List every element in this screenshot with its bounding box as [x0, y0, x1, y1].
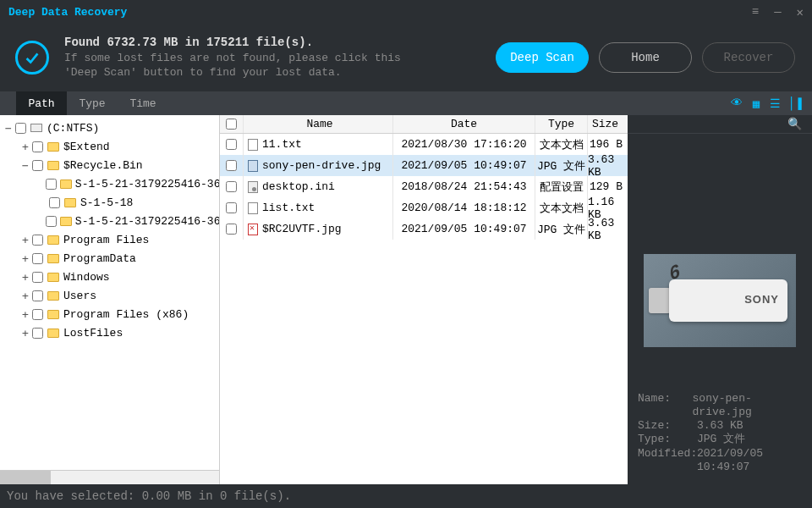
tree-checkbox[interactable]: [32, 253, 43, 264]
row-checkbox[interactable]: [226, 160, 237, 171]
tree-checkbox[interactable]: [32, 328, 43, 339]
status-bar: You have selected: 0.00 MB in 0 file(s).: [0, 484, 812, 508]
tree-checkbox[interactable]: [32, 235, 43, 246]
close-icon[interactable]: ✕: [797, 5, 804, 19]
deep-scan-button[interactable]: Deep Scan: [496, 42, 589, 73]
tree-item-10[interactable]: +LostFiles: [0, 323, 219, 342]
tree-expand-icon[interactable]: +: [20, 308, 30, 321]
tree-item-3[interactable]: S-1-5-18: [0, 193, 219, 212]
tree-checkbox[interactable]: [46, 216, 57, 227]
tree-checkbox[interactable]: [49, 197, 60, 208]
search-icon[interactable]: 🔍: [787, 117, 802, 131]
tree-item-0[interactable]: +$Extend: [0, 137, 219, 156]
tree-expand-icon[interactable]: +: [20, 327, 30, 340]
file-type: JPG 文件: [535, 218, 588, 240]
row-checkbox[interactable]: [226, 139, 237, 150]
folder-icon: [63, 196, 77, 208]
folder-icon: [47, 290, 60, 301]
detail-name-value: sony-pen-drive.jpg: [693, 392, 802, 420]
header-size[interactable]: Size: [588, 115, 628, 133]
grid-view-icon[interactable]: ▦: [753, 97, 760, 111]
tree-item-4[interactable]: S-1-5-21-3179225416-36: [0, 212, 219, 230]
folder-tree[interactable]: −(C:NTFS)+$Extend−$Recycle.Bin S-1-5-21-…: [0, 115, 219, 470]
header-name[interactable]: Name: [244, 115, 393, 133]
tree-item-2[interactable]: S-1-5-21-3179225416-36: [0, 174, 219, 193]
file-name: 11.txt: [262, 138, 302, 151]
preview-toggle-icon[interactable]: 👁: [731, 97, 743, 110]
preview-thumbnail[interactable]: 6: [644, 254, 796, 347]
tree-root[interactable]: −(C:NTFS): [0, 119, 219, 137]
detail-type-value: JPG 文件: [697, 433, 745, 446]
row-checkbox[interactable]: [226, 181, 237, 192]
file-type: 配置设置: [535, 176, 588, 197]
detail-size-value: 3.63 KB: [697, 419, 743, 433]
tree-expand-icon[interactable]: +: [20, 271, 30, 284]
status-text: You have selected: 0.00 MB in 0 file(s).: [7, 489, 291, 503]
home-button[interactable]: Home: [599, 42, 692, 73]
tab-type[interactable]: Type: [67, 91, 118, 115]
tree-item-label: ProgramData: [63, 252, 136, 265]
tree-expand-icon[interactable]: [37, 196, 47, 209]
table-row[interactable]: sony-pen-drive.jpg2021/09/05 10:49:07JPG…: [220, 155, 628, 176]
tree-checkbox[interactable]: [32, 309, 43, 320]
tree-item-8[interactable]: +Users: [0, 286, 219, 305]
tree-expand-icon[interactable]: +: [20, 252, 30, 265]
menu-icon[interactable]: ≡: [752, 5, 759, 19]
detail-name-label: Name:: [638, 392, 693, 420]
tree-item-label: Windows: [63, 271, 110, 284]
folder-icon: [47, 271, 60, 283]
tree-item-label: LostFiles: [63, 327, 123, 340]
tree-expand-icon[interactable]: [37, 178, 44, 190]
app-title: Deep Data Recovery: [8, 6, 752, 19]
tab-path[interactable]: Path: [16, 91, 67, 115]
header-date[interactable]: Date: [393, 115, 535, 133]
row-checkbox[interactable]: [226, 224, 237, 235]
tree-item-5[interactable]: +Program Files: [0, 230, 219, 249]
tree-expand-icon[interactable]: −: [3, 122, 14, 135]
usb-cap-graphic: [649, 288, 671, 313]
tree-item-7[interactable]: +Windows: [0, 268, 219, 286]
tree-item-9[interactable]: +Program Files (x86): [0, 305, 219, 323]
file-date: 2020/08/14 18:18:12: [393, 197, 535, 218]
detail-modified-label: Modified:: [638, 447, 697, 475]
file-name: $RC2UVTF.jpg: [262, 223, 342, 235]
file-name: list.txt: [262, 202, 315, 214]
tree-expand-icon[interactable]: +: [20, 141, 30, 153]
tree-expand-icon[interactable]: +: [20, 234, 30, 246]
detail-size-label: Size:: [638, 419, 697, 433]
tree-pane: −(C:NTFS)+$Extend−$Recycle.Bin S-1-5-21-…: [0, 115, 219, 484]
row-checkbox[interactable]: [226, 202, 237, 213]
file-type-icon: [247, 160, 259, 172]
tree-checkbox[interactable]: [32, 290, 43, 301]
table-row[interactable]: 11.txt2021/08/30 17:16:20文本文档196 B: [220, 134, 628, 155]
list-view-icon[interactable]: ☰: [770, 97, 781, 111]
file-size: 3.63 KB: [588, 218, 628, 240]
table-row[interactable]: list.txt2020/08/14 18:18:12文本文档1.16 KB: [220, 197, 628, 218]
scan-complete-icon: [15, 41, 49, 75]
tab-time[interactable]: Time: [118, 91, 168, 115]
minimize-icon[interactable]: —: [774, 5, 781, 19]
tree-expand-icon[interactable]: [37, 215, 44, 228]
tree-checkbox[interactable]: [32, 141, 43, 152]
file-date: 2018/08/24 21:54:43: [393, 176, 535, 197]
header-checkbox-col[interactable]: [220, 115, 244, 133]
file-type: 文本文档: [535, 134, 588, 155]
table-row[interactable]: $RC2UVTF.jpg2021/09/05 10:49:07JPG 文件3.6…: [220, 218, 628, 240]
header-type[interactable]: Type: [535, 115, 588, 133]
tree-h-scrollbar[interactable]: [0, 470, 219, 484]
tree-checkbox[interactable]: [15, 123, 26, 134]
tree-item-label: (C:NTFS): [47, 122, 99, 135]
tree-checkbox[interactable]: [32, 160, 43, 171]
tree-checkbox[interactable]: [32, 272, 43, 283]
tree-expand-icon[interactable]: −: [20, 159, 30, 172]
tree-item-label: Users: [63, 290, 96, 302]
recover-button[interactable]: Recover: [702, 42, 795, 73]
tree-checkbox[interactable]: [46, 179, 57, 190]
detail-view-icon[interactable]: ▏▌: [791, 97, 805, 111]
tree-item-6[interactable]: +ProgramData: [0, 249, 219, 268]
select-all-checkbox[interactable]: [226, 119, 237, 130]
tree-item-1[interactable]: −$Recycle.Bin: [0, 156, 219, 174]
tree-expand-icon[interactable]: +: [20, 290, 30, 302]
usb-body-graphic: [669, 279, 787, 322]
table-row[interactable]: desktop.ini2018/08/24 21:54:43配置设置129 B: [220, 176, 628, 197]
